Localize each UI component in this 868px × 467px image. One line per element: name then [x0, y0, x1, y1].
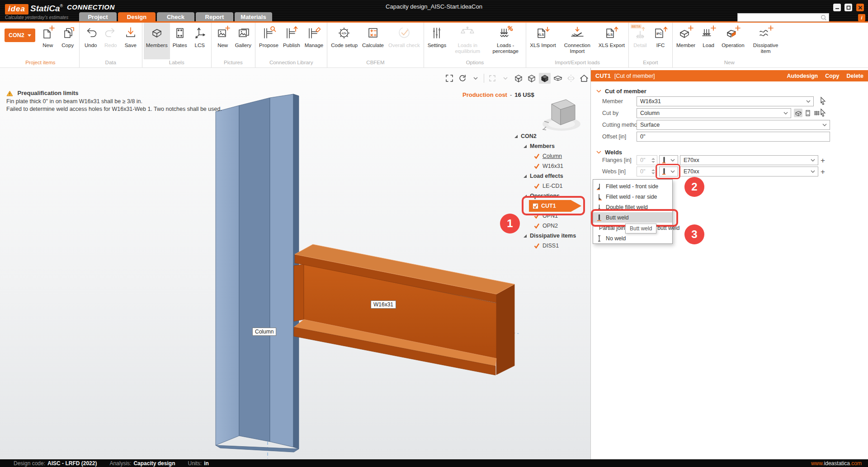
checked-checkbox-icon[interactable] — [533, 223, 540, 229]
tree-node-load-effects[interactable]: Load effects — [514, 171, 590, 181]
connection-import-button[interactable]: Connection Import — [558, 23, 596, 59]
maximize-button[interactable] — [844, 4, 852, 11]
offset-input[interactable]: 0" — [637, 132, 830, 142]
tree-item-opn1[interactable]: OPN1 — [514, 211, 590, 221]
tree-item-le-cd1[interactable]: LE-CD1 — [514, 181, 590, 191]
tree-node-dissipative-items[interactable]: Dissipative items — [514, 231, 590, 241]
weld-option-fillet-rear[interactable]: Fillet weld - rear side — [593, 191, 672, 202]
rotate-view-button[interactable] — [457, 73, 468, 84]
calculate-button[interactable]: Calculate — [360, 23, 386, 59]
wireframe-view-button[interactable] — [513, 73, 524, 84]
autodesign-button[interactable]: Autodesign — [787, 73, 818, 79]
expander-icon[interactable] — [524, 234, 527, 238]
add-web-weld-button[interactable]: + — [821, 168, 825, 176]
undo-button[interactable]: Undo — [81, 23, 101, 59]
weld-option-no-weld[interactable]: No weld — [593, 233, 672, 243]
members-labels-toggle[interactable]: Members — [144, 23, 170, 59]
tree-item-w16x31[interactable]: W16x31 — [514, 161, 590, 171]
plates-labels-toggle[interactable]: Plates — [170, 23, 190, 59]
copy-project-item-button[interactable]: Copy — [58, 23, 78, 59]
pointer-select-icon[interactable] — [819, 96, 827, 105]
tab-check[interactable]: Check — [157, 12, 194, 21]
tab-materials[interactable]: Materials — [235, 12, 272, 21]
xls-import-button[interactable]: XLS XLS Import — [528, 23, 558, 59]
solid-view-button[interactable] — [539, 73, 551, 84]
picture-gallery-button[interactable]: Gallery — [233, 23, 254, 59]
ifc-export-button[interactable]: IFC IFC — [650, 23, 671, 59]
pointer-select-icon[interactable] — [819, 108, 827, 117]
weld-option-butt[interactable]: Butt weld — [593, 212, 672, 223]
rotate-options-button[interactable] — [470, 73, 481, 84]
cut-plate-mode-button[interactable] — [803, 109, 812, 117]
transparent-view-button[interactable] — [552, 73, 564, 84]
tab-project[interactable]: Project — [79, 12, 117, 21]
expander-icon[interactable] — [514, 135, 518, 138]
weld-option-double-fillet[interactable]: Double fillet weld — [593, 202, 672, 212]
3d-viewport[interactable]: Prequalification limits Fin plate thick … — [0, 68, 590, 459]
checked-checkbox-icon[interactable] — [533, 213, 540, 219]
new-member-button[interactable]: Member — [674, 23, 698, 59]
tree-item-cut1-selected[interactable]: CUT1 — [529, 200, 581, 212]
copy-operation-button[interactable]: Copy — [825, 73, 839, 79]
flanges-material-select[interactable]: E70xx — [680, 155, 818, 165]
tab-report[interactable]: Report — [196, 12, 233, 21]
webs-material-select[interactable]: E70xx — [680, 167, 818, 176]
new-operation-button[interactable]: Operation — [719, 23, 747, 59]
new-dissipative-item-button[interactable]: Dissipative item — [747, 23, 785, 59]
code-setup-button[interactable]: </> Code setup — [329, 23, 360, 59]
search-input[interactable] — [738, 14, 820, 21]
tree-item-diss1[interactable]: DISS1 — [514, 241, 590, 251]
new-load-button[interactable]: Load — [698, 23, 719, 59]
propose-button[interactable]: Propose — [257, 23, 281, 59]
expander-icon[interactable] — [524, 195, 527, 198]
lcs-labels-toggle[interactable]: LCS — [190, 23, 210, 59]
webs-weld-type-dropdown[interactable] — [659, 167, 678, 176]
publish-button[interactable]: Publish — [281, 23, 302, 59]
tree-node-members[interactable]: Members — [514, 141, 590, 151]
welds-section-header[interactable]: Welds — [596, 149, 622, 156]
column-tag[interactable]: Column — [252, 328, 276, 336]
add-flange-weld-button[interactable]: + — [821, 157, 825, 164]
column-member[interactable] — [216, 94, 299, 452]
flanges-weld-type-dropdown[interactable] — [659, 155, 678, 165]
save-button[interactable]: Save — [121, 23, 141, 59]
expander-icon[interactable] — [524, 145, 527, 148]
expander-icon[interactable] — [524, 175, 527, 178]
close-button[interactable] — [856, 4, 864, 11]
beam-member[interactable] — [294, 244, 514, 375]
new-project-item-button[interactable]: New — [38, 23, 58, 59]
navigation-cube[interactable] — [538, 95, 586, 136]
home-view-button[interactable] — [578, 73, 590, 84]
website-link[interactable]: www.ideastatica.com — [811, 460, 862, 467]
tree-node-con2[interactable]: CON2 — [514, 131, 590, 141]
zoom-fit-button[interactable] — [443, 73, 455, 84]
settings-button[interactable]: Settings — [425, 23, 449, 59]
info-button[interactable]: i — [858, 14, 865, 21]
3d-scene[interactable] — [0, 68, 590, 459]
connection-selector[interactable]: CON2 — [5, 29, 35, 42]
new-picture-button[interactable]: New — [213, 23, 233, 59]
cutting-method-select[interactable]: Surface — [637, 120, 830, 130]
cut-by-select[interactable]: Column — [637, 108, 791, 118]
manage-button[interactable]: Manage — [302, 23, 326, 59]
cut-of-member-section-header[interactable]: Cut of member — [596, 88, 646, 95]
checked-checkbox-icon[interactable] — [533, 183, 540, 189]
tree-item-opn2[interactable]: OPN2 — [514, 221, 590, 231]
loads-percentage-button[interactable]: Loads - percentage — [486, 23, 524, 59]
cut-solid-mode-button[interactable] — [794, 109, 802, 117]
xls-export-button[interactable]: XLS XLS Export — [596, 23, 627, 59]
checked-checkbox-icon[interactable] — [533, 243, 540, 249]
checked-checkbox-icon[interactable] — [533, 163, 540, 169]
minimize-button[interactable] — [833, 4, 841, 11]
tab-design[interactable]: Design — [118, 12, 156, 21]
delete-operation-button[interactable]: Delete — [846, 73, 863, 79]
weld-option-fillet-front[interactable]: Fillet weld - front side — [593, 181, 672, 191]
checked-checkbox-icon[interactable] — [533, 203, 538, 209]
webs-label: Webs [in] — [602, 168, 626, 175]
shaded-view-button[interactable] — [526, 73, 538, 84]
checked-checkbox-icon[interactable] — [533, 153, 540, 159]
member-select[interactable]: W16x31 — [637, 96, 814, 106]
tree-item-column[interactable]: Column — [514, 151, 590, 161]
tree-node-operations[interactable]: Operations — [514, 191, 590, 201]
beam-tag[interactable]: W16x31 — [371, 300, 396, 309]
